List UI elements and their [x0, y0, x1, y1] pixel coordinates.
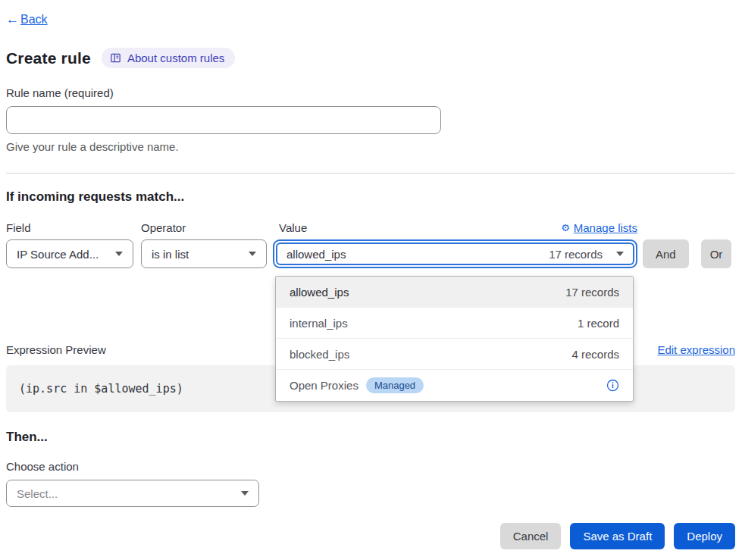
condition-row: IP Source Add... is in list allowed_ips … [6, 239, 735, 268]
list-option-records: 1 record [578, 317, 619, 330]
chevron-down-icon [616, 252, 624, 256]
list-option-open-proxies[interactable]: Open Proxies Managed [276, 370, 633, 401]
list-option-blocked-ips[interactable]: blocked_ips 4 records [276, 339, 633, 370]
list-option-name: allowed_ips [290, 286, 349, 299]
choose-action-label: Choose action [6, 460, 735, 473]
and-button[interactable]: And [643, 239, 689, 268]
list-option-internal-ips[interactable]: internal_ips 1 record [276, 308, 633, 339]
value-label: Value [279, 221, 307, 234]
page-title: Create rule [6, 49, 91, 67]
value-select-meta: 17 records [549, 248, 603, 261]
book-icon [110, 52, 121, 64]
gear-icon: ⚙ [561, 222, 570, 233]
managed-badge: Managed [366, 377, 424, 393]
list-option-name: internal_ips [290, 317, 348, 330]
back-link-label: Back [20, 13, 48, 27]
footer-actions: Cancel Save as Draft Deploy [6, 523, 735, 549]
value-select[interactable]: allowed_ips 17 records [273, 239, 637, 268]
deploy-button[interactable]: Deploy [674, 523, 735, 549]
value-select-value: allowed_ips [286, 248, 549, 261]
back-link[interactable]: ←Back [6, 12, 48, 27]
list-option-allowed-ips[interactable]: allowed_ips 17 records [276, 277, 633, 308]
list-option-records: 17 records [565, 286, 619, 299]
value-select-wrap: allowed_ips 17 records allowed_ips 17 re… [273, 239, 637, 268]
expression-code: (ip.src in $allowed_ips) [19, 382, 183, 396]
create-rule-page: ←Back Create rule About custom rules Rul… [0, 0, 742, 560]
field-label: Field [6, 221, 133, 234]
chevron-down-icon [249, 252, 256, 256]
manage-lists-link[interactable]: ⚙ Manage lists [561, 221, 637, 234]
field-select[interactable]: IP Source Add... [6, 239, 133, 268]
action-select-placeholder: Select... [17, 487, 58, 500]
or-button[interactable]: Or [701, 239, 732, 268]
rule-name-input[interactable] [6, 106, 441, 134]
match-section-heading: If incoming requests match... [6, 189, 735, 205]
rule-name-helper: Give your rule a descriptive name. [6, 140, 735, 153]
operator-select[interactable]: is in list [141, 239, 267, 268]
condition-labels-row: Field Operator Value ⚙ Manage lists [6, 221, 735, 234]
rule-name-label: Rule name (required) [6, 86, 735, 99]
list-option-name: Open Proxies [290, 379, 358, 392]
save-as-draft-button[interactable]: Save as Draft [570, 523, 665, 549]
section-divider [6, 173, 735, 174]
info-icon[interactable] [606, 379, 619, 392]
about-custom-rules-link[interactable]: About custom rules [102, 48, 235, 68]
expression-preview-label: Expression Preview [6, 343, 106, 356]
list-dropdown-panel: allowed_ips 17 records internal_ips 1 re… [275, 276, 634, 402]
chevron-down-icon [241, 491, 249, 496]
action-select[interactable]: Select... [6, 480, 259, 507]
operator-select-value: is in list [152, 248, 189, 261]
operator-label: Operator [141, 221, 267, 234]
arrow-left-icon: ← [6, 12, 19, 27]
list-option-records: 4 records [571, 348, 619, 361]
about-badge-label: About custom rules [127, 52, 224, 64]
chevron-down-icon [115, 252, 123, 256]
title-row: Create rule About custom rules [6, 48, 735, 68]
list-option-name: blocked_ips [290, 348, 349, 361]
field-select-value: IP Source Add... [17, 248, 99, 261]
edit-expression-link[interactable]: Edit expression [657, 343, 735, 356]
then-section-heading: Then... [6, 430, 735, 445]
manage-lists-label: Manage lists [574, 221, 637, 234]
cancel-button[interactable]: Cancel [500, 523, 562, 549]
